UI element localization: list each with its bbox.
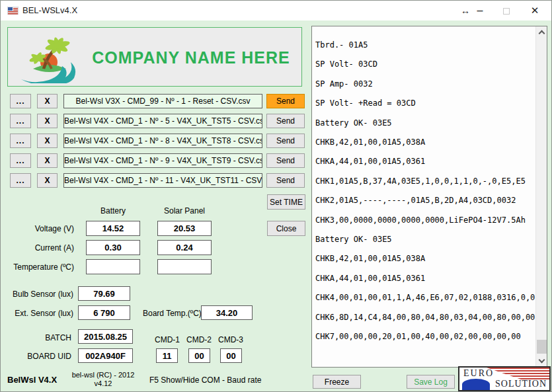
log-line: CHKA,44,01,00,01A5,0361	[315, 152, 533, 171]
cmd3-field[interactable]	[220, 348, 242, 363]
app-name: BelWsl V4.X	[7, 375, 57, 385]
set-time-button[interactable]: Set TIME	[267, 194, 305, 210]
log-lines: Tbrd.- 01A5 SP Volt- 03CD SP Amp- 0032 S…	[312, 26, 535, 367]
version-line1: bel-wsl (RC) - 2012	[67, 371, 139, 379]
scrollbar-thumb[interactable]	[537, 340, 547, 354]
filename-field[interactable]	[63, 153, 262, 168]
board-uid-label: BOARD UID	[7, 352, 71, 361]
maximize-button[interactable]	[498, 1, 515, 20]
chevron-down-icon	[538, 357, 545, 364]
log-line: CHK4,00,01,00,01,1,A,46,E6,07,02,0188,03…	[315, 288, 533, 307]
log-line: Battery OK- 03E5	[315, 114, 533, 133]
browse-button[interactable]: ...	[10, 134, 31, 148]
log-line: CHK3,00,0000,0000,0000,0000,LiFePO4-12V7…	[315, 211, 533, 230]
board-temp-label: Board Temp.(ºC)	[143, 309, 202, 318]
battery-temperature-field[interactable]	[86, 259, 140, 274]
remove-button[interactable]: X	[37, 153, 58, 168]
close-button[interactable]: Close	[267, 221, 305, 236]
cmd1-field[interactable]	[156, 348, 178, 363]
app-version: bel-wsl (RC) - 2012 v4.12	[67, 371, 139, 388]
version-line2: v4.12	[67, 379, 139, 388]
remove-button[interactable]: X	[37, 114, 58, 128]
log-line: Battery OK- 03E5	[315, 230, 533, 249]
battery-current-field[interactable]	[86, 240, 140, 255]
log-line: CHK7,00,00,00,20,01,00,40,00,02,00,00,00…	[315, 327, 533, 346]
browse-button[interactable]: ...	[10, 94, 31, 108]
freeze-button[interactable]: Freeze	[313, 375, 361, 389]
send-button[interactable]: Send	[266, 114, 305, 128]
ext-sensor-label: Ext. Sensor (lux)	[7, 309, 73, 318]
cmd2-label: CMD-2	[186, 335, 212, 344]
scroll-up-button[interactable]	[536, 26, 547, 38]
batch-label: BATCH	[7, 333, 71, 342]
solar-current-field[interactable]	[157, 240, 212, 255]
log-line: SP Volt- +Read = 03CD	[315, 94, 533, 113]
company-name-text: COMPANY NAME HERE	[86, 48, 296, 67]
cmd1-label: CMD-1	[155, 335, 180, 344]
logo-solution-text: SOLUTION	[495, 379, 547, 389]
browse-button[interactable]: ...	[10, 173, 31, 188]
battery-column-header: Battery	[86, 206, 140, 216]
send-button[interactable]: Send	[266, 134, 305, 148]
company-logo-box: COMPANY NAME HERE	[7, 27, 302, 87]
window-title: BEL-WSLv4.X	[22, 5, 77, 15]
filename-field[interactable]	[63, 94, 262, 108]
euro-solution-logo: EURO SOLUTION	[458, 366, 551, 391]
logo-blue-dome	[462, 379, 490, 390]
filename-field[interactable]	[63, 114, 262, 128]
cmd2-field[interactable]	[188, 348, 210, 363]
log-line: CHKA,44,01,00,01A5,0361	[315, 269, 533, 288]
remove-button[interactable]: X	[37, 173, 58, 188]
log-output-area[interactable]: Tbrd.- 01A5 SP Volt- 03CD SP Amp- 0032 S…	[311, 26, 547, 368]
board-uid-field[interactable]	[78, 348, 133, 363]
log-line: SP Volt- 03CD	[315, 55, 533, 74]
voltage-label: Voltage (V)	[7, 224, 74, 233]
send-button[interactable]: Send	[266, 153, 305, 168]
solar-temperature-field[interactable]	[157, 259, 212, 274]
log-line: CHK2,01A5,----,----,01A5,B,2D,A4,03CD,00…	[315, 191, 533, 210]
scroll-down-button[interactable]	[536, 356, 547, 367]
log-line: CHK1,01A5,B,37,4A,03E5,1,0,0,1,1,0,-,0,E…	[315, 172, 533, 191]
browse-button[interactable]: ...	[10, 153, 31, 168]
bulb-sensor-label: Bulb Sensor (lux)	[7, 290, 73, 299]
board-temp-field[interactable]	[201, 305, 253, 320]
logo-euro-text: EURO	[463, 368, 494, 379]
log-line: Tbrd.- 01A5	[315, 36, 533, 55]
ext-sensor-field[interactable]	[78, 305, 130, 320]
send-button[interactable]: Send	[266, 173, 305, 188]
current-label: Current (A)	[7, 243, 74, 253]
send-button[interactable]: Send	[266, 94, 305, 108]
close-window-button[interactable]: ✕	[526, 1, 543, 20]
remove-button[interactable]: X	[37, 94, 58, 108]
log-scrollbar[interactable]	[535, 26, 547, 367]
batch-field[interactable]	[78, 329, 133, 344]
remove-button[interactable]: X	[37, 134, 58, 148]
battery-voltage-field[interactable]	[86, 221, 140, 236]
log-line: SP Amp- 0032	[315, 75, 533, 94]
log-line: CHK6,8D,14,C4,84,00,80,04,80,03,04,00,80…	[315, 308, 533, 327]
temperature-label: Temperature (ºC)	[7, 262, 74, 272]
filename-field[interactable]	[63, 173, 262, 188]
solar-voltage-field[interactable]	[157, 221, 212, 236]
solar-column-header: Solar Panel	[157, 206, 212, 216]
log-line: CHKB,42,01,00,01A5,038A	[315, 133, 533, 152]
maximize-icon	[503, 8, 510, 15]
app-icon	[7, 7, 19, 15]
cmd3-label: CMD-3	[218, 335, 243, 344]
title-bar: BEL-WSLv4.X ↔ – ✕	[1, 1, 551, 20]
palm-tree-logo-icon	[16, 30, 86, 83]
chevron-up-icon	[538, 30, 545, 37]
filename-field[interactable]	[63, 134, 262, 148]
f5-hint-text: F5 Show/Hide COM - Baud rate	[149, 375, 261, 385]
save-log-button[interactable]: Save Log	[407, 375, 455, 389]
bulb-sensor-field[interactable]	[78, 286, 130, 301]
minimize-button[interactable]: –	[471, 1, 489, 20]
app-window: BEL-WSLv4.X ↔ – ✕	[0, 0, 552, 392]
log-line: CHKB,42,01,00,01A5,038A	[315, 249, 533, 268]
browse-button[interactable]: ...	[10, 114, 31, 128]
logo-stripes	[487, 368, 549, 379]
